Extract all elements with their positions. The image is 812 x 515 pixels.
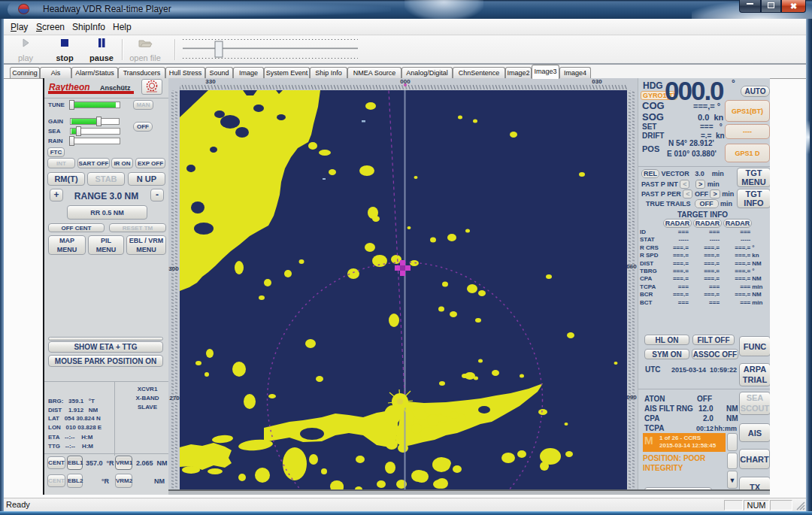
svg-text:270: 270 [169,395,180,401]
svg-text:090: 090 [626,394,637,401]
svg-text:330: 330 [205,78,216,85]
svg-text:030: 030 [592,78,602,85]
svg-text:300: 300 [168,265,179,272]
svg-text:anschutz: anschutz [147,90,157,93]
svg-text:060: 060 [626,263,637,270]
